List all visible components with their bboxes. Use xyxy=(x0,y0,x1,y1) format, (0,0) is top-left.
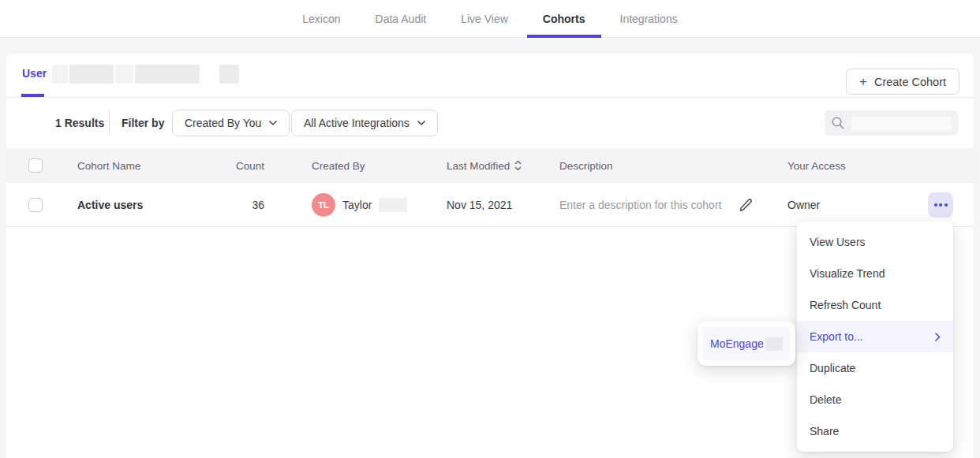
redacted-block xyxy=(379,198,407,212)
menu-item-view-users[interactable]: View Users xyxy=(797,226,953,258)
row-actions-button[interactable] xyxy=(928,192,953,218)
dots-icon xyxy=(934,203,937,207)
divider xyxy=(109,112,110,134)
row-checkbox[interactable] xyxy=(28,198,43,212)
sort-icon xyxy=(514,161,522,171)
last-modified-date: Nov 15, 2021 xyxy=(447,199,512,211)
plus-icon: + xyxy=(859,75,867,88)
redacted-block xyxy=(52,65,68,84)
tab-integrations[interactable]: Integrations xyxy=(620,0,678,38)
chevron-down-icon xyxy=(269,121,277,125)
tab-lexicon[interactable]: Lexicon xyxy=(302,0,340,38)
create-cohort-button[interactable]: + Create Cohort xyxy=(846,69,959,95)
tab-cohorts[interactable]: Cohorts xyxy=(543,0,585,38)
select-all-checkbox[interactable] xyxy=(28,158,43,173)
cohort-name[interactable]: Active users xyxy=(77,199,143,211)
filter-by-label: Filter by xyxy=(122,117,164,129)
cohorts-panel-header: User + Create Cohort xyxy=(6,54,974,98)
tab-user-cohorts[interactable]: User xyxy=(22,67,47,80)
access-level: Owner xyxy=(787,199,820,211)
tab-data-audit[interactable]: Data Audit xyxy=(376,0,427,38)
created-by-name: Taylor xyxy=(342,199,372,211)
export-submenu: MoEngage xyxy=(698,322,795,366)
results-count: 1 Results xyxy=(55,117,104,129)
filter-bar: 1 Results Filter by Created By You All A… xyxy=(6,98,974,148)
menu-item-refresh-count[interactable]: Refresh Count xyxy=(797,289,953,321)
menu-item-delete[interactable]: Delete xyxy=(797,384,953,415)
col-header-description[interactable]: Description xyxy=(559,160,613,172)
table-header-row: Cohort Name Count Created By Last Modifi… xyxy=(6,148,974,183)
table-row[interactable]: Active users 36 TL Taylor Nov 15, 2021 E… xyxy=(6,183,974,227)
redacted-block xyxy=(765,337,783,351)
col-header-last-modified[interactable]: Last Modified xyxy=(447,160,522,172)
created-by-dropdown[interactable]: Created By You xyxy=(172,110,290,136)
chevron-down-icon xyxy=(417,121,425,125)
submenu-item-moengage[interactable]: MoEngage xyxy=(703,327,790,360)
redacted-block xyxy=(115,65,133,84)
menu-item-share[interactable]: Share xyxy=(797,415,953,447)
tab-live-view[interactable]: Live View xyxy=(461,0,508,38)
integrations-filter-dropdown[interactable]: All Active Integrations xyxy=(291,110,438,136)
user-tab-underline xyxy=(21,94,44,97)
col-header-your-access[interactable]: Your Access xyxy=(787,160,846,172)
redacted-block xyxy=(69,65,114,84)
menu-item-duplicate[interactable]: Duplicate xyxy=(797,352,953,384)
search-icon xyxy=(831,116,845,130)
redacted-block xyxy=(219,65,239,84)
col-header-cohort-name[interactable]: Cohort Name xyxy=(77,160,140,172)
search-input[interactable] xyxy=(825,110,958,136)
active-tab-underline xyxy=(527,35,601,38)
col-header-created-by[interactable]: Created By xyxy=(312,160,365,172)
chevron-right-icon xyxy=(935,333,941,341)
description-placeholder[interactable]: Enter a description for this cohort xyxy=(559,199,721,211)
pencil-icon xyxy=(739,197,754,212)
avatar: TL xyxy=(312,193,335,217)
cohort-count: 36 xyxy=(188,199,264,211)
redacted-block xyxy=(135,65,200,84)
col-header-count[interactable]: Count xyxy=(188,160,264,172)
create-cohort-label: Create Cohort xyxy=(874,76,946,88)
top-navigation: Lexicon Data Audit Live View Cohorts Int… xyxy=(0,0,980,38)
redacted-block xyxy=(851,117,952,130)
edit-description-button[interactable] xyxy=(739,197,754,212)
menu-item-visualize-trend[interactable]: Visualize Trend xyxy=(797,258,953,289)
menu-item-export-to[interactable]: Export to... xyxy=(797,321,953,352)
row-actions-menu: View Users Visualize Trend Refresh Count… xyxy=(797,222,953,452)
